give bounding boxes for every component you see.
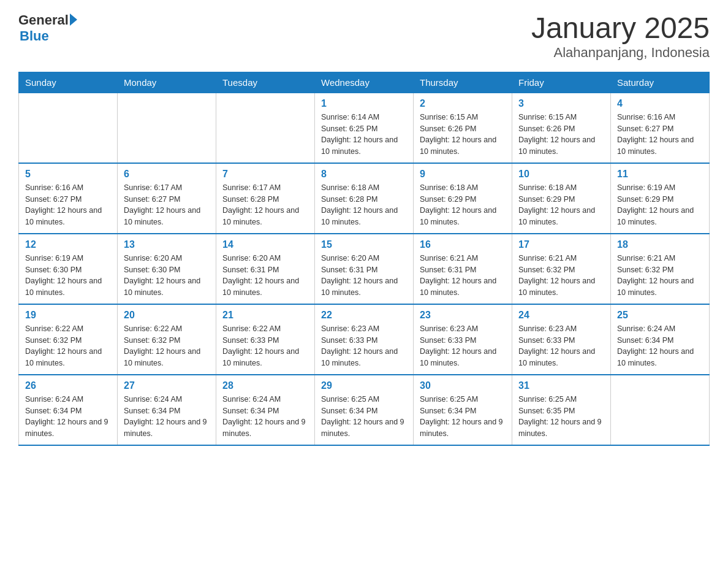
day-number: 31 — [518, 380, 604, 391]
day-info: Sunrise: 6:15 AMSunset: 6:26 PMDaylight:… — [518, 112, 604, 158]
calendar-cell: 13Sunrise: 6:20 AMSunset: 6:30 PMDayligh… — [118, 234, 216, 304]
calendar-week-2: 5Sunrise: 6:16 AMSunset: 6:27 PMDaylight… — [19, 163, 710, 234]
day-number: 27 — [124, 380, 210, 391]
calendar-cell: 15Sunrise: 6:20 AMSunset: 6:31 PMDayligh… — [315, 234, 414, 304]
day-number: 13 — [124, 239, 210, 250]
day-number: 21 — [222, 310, 308, 321]
day-number: 1 — [321, 98, 407, 109]
day-info: Sunrise: 6:18 AMSunset: 6:29 PMDaylight:… — [518, 182, 604, 228]
day-number: 3 — [518, 98, 604, 109]
calendar-cell: 20Sunrise: 6:22 AMSunset: 6:32 PMDayligh… — [118, 304, 216, 375]
day-info: Sunrise: 6:25 AMSunset: 6:34 PMDaylight:… — [321, 394, 407, 440]
day-header-wednesday: Wednesday — [315, 72, 414, 93]
calendar-cell — [216, 93, 315, 163]
calendar-cell: 18Sunrise: 6:21 AMSunset: 6:32 PMDayligh… — [611, 234, 710, 304]
calendar-cell: 14Sunrise: 6:20 AMSunset: 6:31 PMDayligh… — [216, 234, 315, 304]
calendar-cell: 10Sunrise: 6:18 AMSunset: 6:29 PMDayligh… — [512, 163, 611, 234]
day-number: 30 — [420, 380, 506, 391]
calendar-cell: 2Sunrise: 6:15 AMSunset: 6:26 PMDaylight… — [414, 93, 512, 163]
calendar-cell: 6Sunrise: 6:17 AMSunset: 6:27 PMDaylight… — [118, 163, 216, 234]
calendar-cell: 23Sunrise: 6:23 AMSunset: 6:33 PMDayligh… — [414, 304, 512, 375]
day-number: 24 — [518, 310, 604, 321]
calendar-subtitle: Alahanpanjang, Indonesia — [531, 45, 710, 61]
day-number: 11 — [617, 169, 703, 180]
calendar-cell: 21Sunrise: 6:22 AMSunset: 6:33 PMDayligh… — [216, 304, 315, 375]
day-info: Sunrise: 6:25 AMSunset: 6:35 PMDaylight:… — [518, 394, 604, 440]
day-info: Sunrise: 6:22 AMSunset: 6:33 PMDaylight:… — [222, 323, 308, 369]
day-number: 19 — [25, 310, 111, 321]
day-info: Sunrise: 6:22 AMSunset: 6:32 PMDaylight:… — [25, 323, 111, 369]
day-number: 17 — [518, 239, 604, 250]
calendar-table: SundayMondayTuesdayWednesdayThursdayFrid… — [18, 72, 710, 446]
day-header-saturday: Saturday — [611, 72, 710, 93]
calendar-cell: 27Sunrise: 6:24 AMSunset: 6:34 PMDayligh… — [118, 375, 216, 445]
logo: General Blue — [18, 12, 77, 44]
day-number: 2 — [420, 98, 506, 109]
calendar-cell: 22Sunrise: 6:23 AMSunset: 6:33 PMDayligh… — [315, 304, 414, 375]
day-header-thursday: Thursday — [414, 72, 512, 93]
day-number: 18 — [617, 239, 703, 250]
day-number: 15 — [321, 239, 407, 250]
logo-general-text: General — [18, 12, 69, 28]
day-info: Sunrise: 6:21 AMSunset: 6:32 PMDaylight:… — [617, 253, 703, 299]
day-header-friday: Friday — [512, 72, 611, 93]
calendar-week-5: 26Sunrise: 6:24 AMSunset: 6:34 PMDayligh… — [19, 375, 710, 445]
logo-blue-text: Blue — [20, 28, 49, 44]
day-number: 4 — [617, 98, 703, 109]
day-info: Sunrise: 6:25 AMSunset: 6:34 PMDaylight:… — [420, 394, 506, 440]
day-header-tuesday: Tuesday — [216, 72, 315, 93]
day-number: 12 — [25, 239, 111, 250]
calendar-cell — [118, 93, 216, 163]
day-info: Sunrise: 6:22 AMSunset: 6:32 PMDaylight:… — [124, 323, 210, 369]
day-number: 6 — [124, 169, 210, 180]
day-number: 7 — [222, 169, 308, 180]
logo-arrow-icon — [70, 13, 77, 26]
day-info: Sunrise: 6:20 AMSunset: 6:30 PMDaylight:… — [124, 253, 210, 299]
day-info: Sunrise: 6:19 AMSunset: 6:30 PMDaylight:… — [25, 253, 111, 299]
day-info: Sunrise: 6:16 AMSunset: 6:27 PMDaylight:… — [25, 182, 111, 228]
calendar-title: January 2025 — [531, 12, 710, 45]
calendar-cell: 30Sunrise: 6:25 AMSunset: 6:34 PMDayligh… — [414, 375, 512, 445]
day-info: Sunrise: 6:18 AMSunset: 6:29 PMDaylight:… — [420, 182, 506, 228]
calendar-cell: 5Sunrise: 6:16 AMSunset: 6:27 PMDaylight… — [19, 163, 118, 234]
day-number: 22 — [321, 310, 407, 321]
day-number: 5 — [25, 169, 111, 180]
calendar-cell: 31Sunrise: 6:25 AMSunset: 6:35 PMDayligh… — [512, 375, 611, 445]
calendar-header-row: SundayMondayTuesdayWednesdayThursdayFrid… — [19, 72, 710, 93]
day-number: 20 — [124, 310, 210, 321]
day-info: Sunrise: 6:17 AMSunset: 6:28 PMDaylight:… — [222, 182, 308, 228]
calendar-cell: 8Sunrise: 6:18 AMSunset: 6:28 PMDaylight… — [315, 163, 414, 234]
day-info: Sunrise: 6:23 AMSunset: 6:33 PMDaylight:… — [420, 323, 506, 369]
calendar-cell: 7Sunrise: 6:17 AMSunset: 6:28 PMDaylight… — [216, 163, 315, 234]
calendar-cell: 9Sunrise: 6:18 AMSunset: 6:29 PMDaylight… — [414, 163, 512, 234]
day-info: Sunrise: 6:21 AMSunset: 6:32 PMDaylight:… — [518, 253, 604, 299]
day-header-monday: Monday — [118, 72, 216, 93]
day-info: Sunrise: 6:18 AMSunset: 6:28 PMDaylight:… — [321, 182, 407, 228]
calendar-cell: 16Sunrise: 6:21 AMSunset: 6:31 PMDayligh… — [414, 234, 512, 304]
day-info: Sunrise: 6:21 AMSunset: 6:31 PMDaylight:… — [420, 253, 506, 299]
calendar-cell — [19, 93, 118, 163]
day-info: Sunrise: 6:20 AMSunset: 6:31 PMDaylight:… — [222, 253, 308, 299]
calendar-cell: 12Sunrise: 6:19 AMSunset: 6:30 PMDayligh… — [19, 234, 118, 304]
day-number: 8 — [321, 169, 407, 180]
day-info: Sunrise: 6:24 AMSunset: 6:34 PMDaylight:… — [222, 394, 308, 440]
calendar-week-4: 19Sunrise: 6:22 AMSunset: 6:32 PMDayligh… — [19, 304, 710, 375]
day-info: Sunrise: 6:15 AMSunset: 6:26 PMDaylight:… — [420, 112, 506, 158]
day-number: 29 — [321, 380, 407, 391]
day-number: 26 — [25, 380, 111, 391]
calendar-week-1: 1Sunrise: 6:14 AMSunset: 6:25 PMDaylight… — [19, 93, 710, 163]
day-info: Sunrise: 6:14 AMSunset: 6:25 PMDaylight:… — [321, 112, 407, 158]
calendar-cell: 19Sunrise: 6:22 AMSunset: 6:32 PMDayligh… — [19, 304, 118, 375]
day-number: 23 — [420, 310, 506, 321]
day-number: 10 — [518, 169, 604, 180]
day-info: Sunrise: 6:24 AMSunset: 6:34 PMDaylight:… — [124, 394, 210, 440]
calendar-cell: 4Sunrise: 6:16 AMSunset: 6:27 PMDaylight… — [611, 93, 710, 163]
calendar-cell — [611, 375, 710, 445]
calendar-week-3: 12Sunrise: 6:19 AMSunset: 6:30 PMDayligh… — [19, 234, 710, 304]
calendar-cell: 28Sunrise: 6:24 AMSunset: 6:34 PMDayligh… — [216, 375, 315, 445]
day-number: 9 — [420, 169, 506, 180]
calendar-cell: 17Sunrise: 6:21 AMSunset: 6:32 PMDayligh… — [512, 234, 611, 304]
day-number: 28 — [222, 380, 308, 391]
calendar-cell: 3Sunrise: 6:15 AMSunset: 6:26 PMDaylight… — [512, 93, 611, 163]
calendar-cell: 11Sunrise: 6:19 AMSunset: 6:29 PMDayligh… — [611, 163, 710, 234]
